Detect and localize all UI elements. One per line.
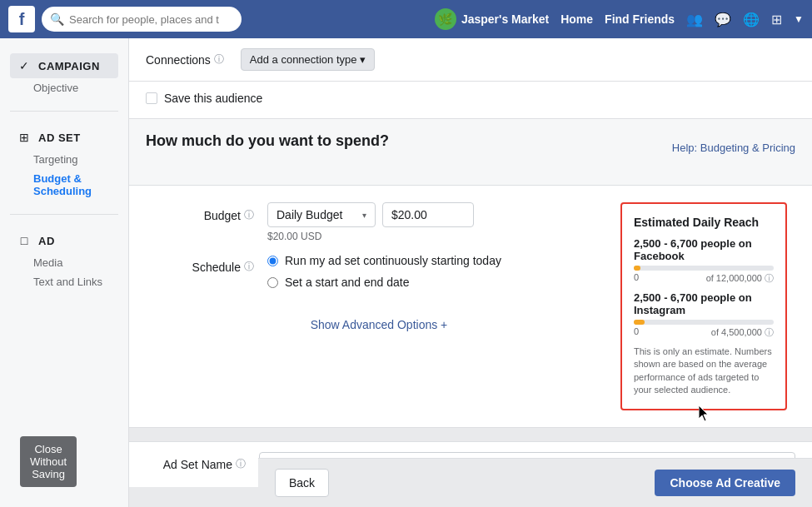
estimated-reach-box: Estimated Daily Reach 2,500 - 6,700 peop…	[620, 202, 787, 410]
sidebar-item-ad[interactable]: □ AD	[10, 228, 118, 253]
sidebar: ✓ CAMPAIGN Objective ⊞ AD SET Targeting …	[0, 38, 129, 507]
instagram-bar-info-icon[interactable]: ⓘ	[765, 327, 774, 337]
ad-icon: □	[17, 233, 32, 248]
reach-note: This is only an estimate. Numbers shown …	[634, 345, 774, 397]
sidebar-item-budget-scheduling[interactable]: Budget & Scheduling	[10, 169, 118, 201]
content-area: Connections ⓘ Add a connection type ▾ Sa…	[129, 38, 812, 507]
instagram-reach-stat: 2,500 - 6,700 people on Instagram	[634, 291, 774, 316]
schedule-controls: Run my ad set continuously starting toda…	[267, 254, 501, 294]
search-icon: 🔍	[50, 12, 64, 26]
facebook-reach-bar-labels: 0 of 12,000,000 ⓘ	[634, 272, 774, 285]
facebook-reach-bar-fill	[634, 266, 640, 271]
close-without-saving-button[interactable]: Close Without Saving	[20, 436, 77, 487]
schedule-radio-continuous[interactable]	[267, 256, 278, 266]
sidebar-item-campaign[interactable]: ✓ CAMPAIGN	[10, 53, 118, 78]
budget-title: How much do you want to spend?	[146, 132, 389, 150]
save-audience-label[interactable]: Save this audience	[164, 92, 262, 105]
choose-ad-creative-button[interactable]: Choose Ad Creative	[655, 470, 795, 496]
instagram-reach-bar-container	[634, 320, 774, 325]
advanced-options-row: Show Advanced Options +	[154, 306, 604, 332]
sidebar-item-adset[interactable]: ⊞ AD SET	[10, 125, 118, 150]
facebook-reach-bar-container	[634, 266, 774, 271]
budget-section-header: How much do you want to spend? Help: Bud…	[129, 119, 812, 185]
sidebar-divider-1	[10, 111, 118, 112]
instagram-reach-bar-labels: 0 of 4,500,000 ⓘ	[634, 326, 774, 339]
sidebar-item-text-links[interactable]: Text and Links	[10, 272, 118, 291]
sidebar-item-objective[interactable]: Objective	[10, 78, 118, 97]
add-connection-button[interactable]: Add a connection type ▾	[241, 48, 376, 71]
schedule-radio-start-end[interactable]	[267, 277, 278, 288]
advanced-options-link[interactable]: Show Advanced Options +	[301, 308, 458, 341]
globe-icon[interactable]: 🌐	[743, 12, 760, 27]
bottom-bar: Back Choose Ad Creative	[258, 458, 812, 507]
white-card: Budget ⓘ Daily Budget ▾ $20.0	[129, 185, 812, 428]
connections-label: Connections ⓘ	[146, 52, 224, 67]
save-audience-row: Save this audience	[129, 82, 812, 119]
connections-info-icon[interactable]: ⓘ	[214, 52, 224, 67]
schedule-continuous-label[interactable]: Run my ad set continuously starting toda…	[285, 254, 501, 267]
budget-form-row: Budget ⓘ Daily Budget ▾ $20.0	[154, 202, 604, 242]
budget-form: Budget ⓘ Daily Budget ▾ $20.0	[154, 202, 604, 332]
back-button[interactable]: Back	[275, 469, 329, 497]
schedule-info-icon[interactable]: ⓘ	[244, 260, 254, 274]
sidebar-campaign-section: ✓ CAMPAIGN Objective	[0, 47, 128, 104]
facebook-bar-info-icon[interactable]: ⓘ	[765, 273, 774, 283]
reach-box-title: Estimated Daily Reach	[634, 216, 774, 229]
save-audience-checkbox[interactable]	[146, 92, 157, 104]
brand-icon: 🌿	[435, 8, 456, 30]
budget-controls-row: Daily Budget ▾	[267, 202, 474, 227]
find-friends-link[interactable]: Find Friends	[605, 12, 675, 26]
brand-name-label[interactable]: Jasper's Market	[461, 12, 549, 26]
radio-row-2: Set a start and end date	[267, 276, 501, 289]
sidebar-item-media[interactable]: Media	[10, 253, 118, 272]
budget-inner: Budget ⓘ Daily Budget ▾ $20.0	[154, 202, 787, 410]
instagram-reach-bar-fill	[634, 320, 645, 325]
dropdown-caret-icon: ▾	[362, 211, 366, 220]
main-layout: ✓ CAMPAIGN Objective ⊞ AD SET Targeting …	[0, 38, 812, 507]
search-input[interactable]	[69, 13, 219, 26]
budget-type-dropdown[interactable]: Daily Budget ▾	[267, 202, 376, 227]
instagram-bar-zero: 0	[634, 326, 639, 339]
campaign-label: CAMPAIGN	[38, 60, 100, 72]
adset-label: AD SET	[38, 132, 81, 144]
search-bar[interactable]: 🔍	[42, 7, 242, 32]
grid-icon[interactable]: ⊞	[771, 12, 782, 27]
home-link[interactable]: Home	[560, 12, 593, 26]
sidebar-item-targeting[interactable]: Targeting	[10, 150, 118, 169]
nav-brand[interactable]: 🌿 Jasper's Market	[435, 8, 549, 30]
schedule-start-end-label[interactable]: Set a start and end date	[285, 276, 409, 289]
schedule-form-label: Schedule ⓘ	[154, 254, 254, 274]
sidebar-adset-section: ⊞ AD SET Targeting Budget & Scheduling	[0, 118, 128, 207]
ad-label: AD	[38, 235, 55, 247]
campaign-icon: ✓	[17, 58, 32, 73]
budget-form-label: Budget ⓘ	[154, 202, 254, 222]
adset-icon: ⊞	[17, 130, 32, 145]
facebook-bar-zero: 0	[634, 272, 639, 285]
top-navigation: f 🔍 🌿 Jasper's Market Home Find Friends …	[0, 0, 812, 38]
adset-name-label: Ad Set Name ⓘ	[146, 457, 246, 471]
schedule-form-row: Schedule ⓘ Run my ad set continuously st…	[154, 254, 604, 294]
budget-controls: Daily Budget ▾ $20.00 USD	[267, 202, 474, 242]
connection-btn-caret: ▾	[360, 53, 366, 66]
nav-right: 🌿 Jasper's Market Home Find Friends 👥 💬 …	[435, 8, 804, 30]
friends-icon[interactable]: 👥	[686, 12, 703, 27]
nav-caret-icon[interactable]: ▼	[794, 13, 804, 25]
facebook-reach-stat: 2,500 - 6,700 people on Facebook	[634, 237, 774, 262]
amount-hint: $20.00 USD	[267, 231, 474, 242]
facebook-logo: f	[8, 6, 35, 32]
connections-section: Connections ⓘ Add a connection type ▾	[129, 38, 812, 82]
messages-icon[interactable]: 💬	[715, 12, 731, 27]
instagram-bar-max-label: of 4,500,000 ⓘ	[711, 326, 774, 339]
budget-info-icon[interactable]: ⓘ	[244, 208, 254, 222]
sidebar-ad-section: □ AD Media Text and Links	[0, 221, 128, 298]
sidebar-divider-2	[10, 214, 118, 215]
radio-row-1: Run my ad set continuously starting toda…	[267, 254, 501, 267]
help-link[interactable]: Help: Budgeting & Pricing	[672, 142, 795, 154]
facebook-bar-max-label: of 12,000,000 ⓘ	[706, 272, 774, 285]
adset-name-info-icon[interactable]: ⓘ	[236, 457, 246, 471]
budget-amount-input[interactable]	[382, 202, 474, 227]
